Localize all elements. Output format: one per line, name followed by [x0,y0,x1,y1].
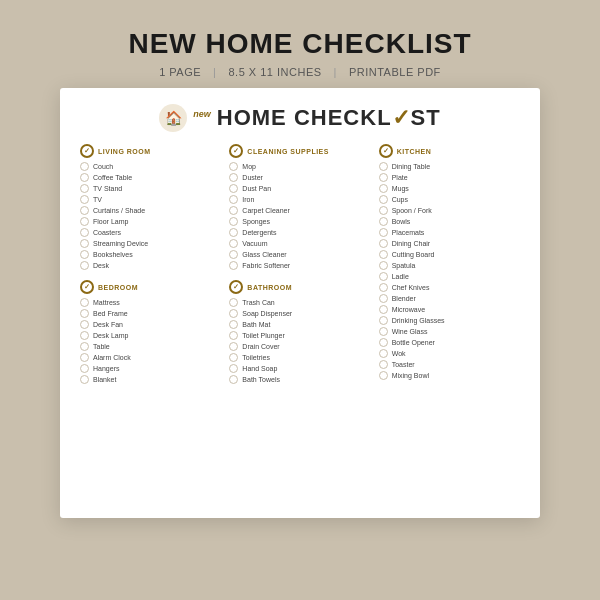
item-checkbox[interactable] [80,217,89,226]
item-checkbox[interactable] [379,250,388,259]
doc-icon: 🏠 [159,104,187,132]
item-checkbox[interactable] [80,206,89,215]
section-title: CLEANING SUPPLIES [247,148,329,155]
item-label: Bath Mat [242,321,270,328]
item-checkbox[interactable] [80,261,89,270]
item-checkbox[interactable] [229,364,238,373]
item-checkbox[interactable] [80,353,89,362]
item-checkbox[interactable] [229,375,238,384]
item-checkbox[interactable] [229,309,238,318]
item-checkbox[interactable] [80,173,89,182]
item-checkbox[interactable] [229,342,238,351]
document: 🏠 new HOME CHECKL✓ST LIVING ROOMCouchCof… [60,88,540,518]
item-checkbox[interactable] [229,206,238,215]
item-checkbox[interactable] [80,320,89,329]
item-checkbox[interactable] [80,162,89,171]
item-label: Dust Pan [242,185,271,192]
columns-wrapper: LIVING ROOMCouchCoffee TableTV StandTVCu… [80,144,520,394]
item-checkbox[interactable] [229,239,238,248]
item-checkbox[interactable] [80,309,89,318]
item-checkbox[interactable] [229,162,238,171]
item-checkbox[interactable] [379,162,388,171]
item-checkbox[interactable] [229,173,238,182]
item-checkbox[interactable] [379,316,388,325]
item-checkbox[interactable] [80,364,89,373]
item-checkbox[interactable] [229,298,238,307]
list-item: Streaming Device [80,239,221,248]
item-label: Bookshelves [93,251,133,258]
item-label: Duster [242,174,263,181]
item-label: Streaming Device [93,240,148,247]
list-item: Toilet Plunger [229,331,370,340]
meta-size: 8.5 X 11 INCHES [228,66,321,78]
item-label: Desk Fan [93,321,123,328]
list-item: Bookshelves [80,250,221,259]
item-checkbox[interactable] [379,338,388,347]
list-item: Couch [80,162,221,171]
item-checkbox[interactable] [229,228,238,237]
item-checkbox[interactable] [379,272,388,281]
list-item: Bath Mat [229,320,370,329]
item-checkbox[interactable] [379,184,388,193]
page-title: NEW HOME CHECKLIST [128,28,471,60]
item-checkbox[interactable] [229,217,238,226]
meta-divider-2: | [334,66,337,78]
item-checkbox[interactable] [80,298,89,307]
item-checkbox[interactable] [379,360,388,369]
section-header-2-0: KITCHEN [379,144,520,158]
item-checkbox[interactable] [379,294,388,303]
item-checkbox[interactable] [80,342,89,351]
meta-pages: 1 PAGE [159,66,201,78]
section-check-icon [229,144,243,158]
item-checkbox[interactable] [379,195,388,204]
section-0-1: BEDROOMMattressBed FrameDesk FanDesk Lam… [80,280,221,384]
section-check-icon [80,144,94,158]
item-checkbox[interactable] [229,331,238,340]
item-checkbox[interactable] [379,349,388,358]
item-checkbox[interactable] [379,327,388,336]
list-item: Glass Cleaner [229,250,370,259]
item-label: Bath Towels [242,376,280,383]
item-checkbox[interactable] [229,184,238,193]
item-checkbox[interactable] [379,305,388,314]
item-checkbox[interactable] [229,320,238,329]
item-checkbox[interactable] [379,239,388,248]
item-checkbox[interactable] [379,217,388,226]
item-checkbox[interactable] [379,371,388,380]
item-label: Drinking Glasses [392,317,445,324]
item-checkbox[interactable] [379,228,388,237]
item-label: Bottle Opener [392,339,435,346]
item-checkbox[interactable] [80,331,89,340]
item-label: Hand Soap [242,365,277,372]
item-label: Floor Lamp [93,218,128,225]
item-checkbox[interactable] [80,375,89,384]
item-checkbox[interactable] [229,250,238,259]
list-item: Sponges [229,217,370,226]
list-item: Hangers [80,364,221,373]
item-label: Detergents [242,229,276,236]
item-checkbox[interactable] [229,353,238,362]
item-checkbox[interactable] [379,206,388,215]
list-item: Drain Cover [229,342,370,351]
list-item: Bed Frame [80,309,221,318]
item-checkbox[interactable] [80,228,89,237]
item-label: Dining Table [392,163,430,170]
section-header-0-1: BEDROOM [80,280,221,294]
item-checkbox[interactable] [229,195,238,204]
item-checkbox[interactable] [379,261,388,270]
item-checkbox[interactable] [80,239,89,248]
section-title: LIVING ROOM [98,148,151,155]
list-item: Desk [80,261,221,270]
item-label: Carpet Cleaner [242,207,289,214]
item-checkbox[interactable] [80,195,89,204]
item-label: Soap Dispenser [242,310,292,317]
item-label: Toilet Plunger [242,332,284,339]
list-item: Vacuum [229,239,370,248]
list-item: Desk Lamp [80,331,221,340]
item-checkbox[interactable] [80,184,89,193]
item-checkbox[interactable] [229,261,238,270]
item-checkbox[interactable] [80,250,89,259]
item-checkbox[interactable] [379,173,388,182]
item-checkbox[interactable] [379,283,388,292]
list-item: Cups [379,195,520,204]
